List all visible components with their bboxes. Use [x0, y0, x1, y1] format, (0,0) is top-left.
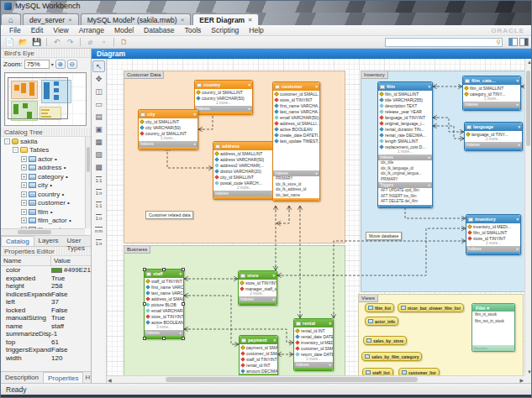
relationship-connector[interactable] — [277, 206, 289, 223]
collapse-table-icon[interactable]: ▾ — [516, 217, 519, 222]
minimap-viewport[interactable] — [8, 77, 68, 119]
close-tab-icon[interactable]: × — [248, 16, 252, 24]
menu-help[interactable]: Help — [244, 26, 268, 34]
menu-file[interactable]: File — [4, 26, 26, 34]
relationship-connector[interactable] — [433, 118, 464, 132]
note-tool-icon[interactable]: ▤ — [92, 111, 105, 123]
table-header[interactable]: address▾ — [213, 142, 276, 150]
tree-expander-icon[interactable]: - — [4, 139, 10, 144]
table-column[interactable]: address VARCHAR(50) — [213, 156, 276, 162]
property-row[interactable]: lockedFalse — [1, 306, 91, 315]
table-inventory[interactable]: inventory▾inventory_id MEDI...film_id SM… — [466, 214, 521, 255]
redo-icon[interactable]: ↷ — [65, 37, 76, 47]
zoom-out-button[interactable]: ⊖ — [67, 60, 77, 69]
rel-1-1-id-tool-icon[interactable]: 1:1 — [92, 199, 105, 211]
table-rental[interactable]: rental▾rental_id INTrental_date DATE...i… — [293, 318, 334, 371]
table-column[interactable]: address_id SMALLINT — [213, 150, 276, 156]
relationship-connector[interactable] — [184, 296, 239, 344]
table-column[interactable]: original_language_i... — [378, 120, 432, 126]
view-staff_list[interactable]: staff_list — [362, 368, 393, 375]
collapse-table-icon[interactable]: ▾ — [273, 338, 276, 343]
table-column[interactable]: address_id SMALLI... — [273, 120, 319, 126]
table-column[interactable]: postal_code VARCH... — [213, 180, 276, 186]
property-row[interactable]: namestaff — [1, 322, 91, 331]
table-column[interactable]: active BOOLEAN — [145, 319, 183, 325]
table-column[interactable]: city VARCHAR(50) — [139, 124, 198, 130]
table-column[interactable]: customer_id SMALL... — [273, 91, 319, 97]
table-column[interactable]: country_id SMALLINT — [195, 89, 252, 95]
table-column[interactable]: film_id SMALLINT — [466, 229, 520, 235]
diagram-canvas[interactable]: Customer DataInventoryBusinessViews coun… — [107, 59, 524, 375]
table-payment[interactable]: payment▾payment_id SMAL...customer_id SM… — [239, 335, 278, 375]
property-row[interactable]: manualSizingTrue — [1, 314, 91, 322]
table-column[interactable]: category_id TINY... — [463, 91, 520, 97]
selection-handle[interactable] — [162, 337, 166, 340]
close-tab-icon[interactable]: × — [68, 16, 72, 24]
save-icon[interactable]: 💾 — [31, 37, 42, 47]
tree-item-city-[interactable]: +city • — [1, 181, 91, 191]
collapse-icon[interactable]: ▾ — [487, 306, 489, 311]
table-film[interactable]: film▾film_id SMALLINTtitle VARCHAR(255)d… — [377, 81, 433, 208]
open-folder-icon[interactable]: 📂 — [18, 37, 29, 47]
table-column[interactable]: store_id TINYINT — [145, 313, 183, 319]
table-header[interactable]: customer▾ — [273, 82, 319, 91]
table-column[interactable]: city_id SMALLINT — [213, 174, 276, 180]
expand-section-icon[interactable]: ▸ — [329, 362, 331, 368]
tree-expander-icon[interactable]: + — [21, 209, 27, 215]
table-column[interactable]: picture BLOB — [145, 301, 183, 307]
routine-item[interactable]: film_not_in_stock — [472, 318, 514, 325]
collapse-table-icon[interactable]: ▾ — [193, 112, 196, 117]
rel-n-m-tool-icon[interactable]: n:m — [92, 224, 105, 236]
section-indexes[interactable]: Indexes▸ — [465, 142, 522, 148]
table-country[interactable]: country▾country_id SMALLINTcountry VARCH… — [194, 80, 253, 115]
note-customer-related-data[interactable]: Customer related data — [145, 211, 193, 219]
section-indexes[interactable]: Indexes▸ — [466, 246, 520, 252]
doc-tab-mysql-model-sakila-mwb-[interactable]: MySQL Model* (sakila.mwb)× — [81, 13, 192, 25]
view-nicer_but_slower_film_list[interactable]: nicer_but_slower_film_list — [398, 303, 464, 312]
table-column[interactable]: email VARCHAR(50) — [273, 114, 319, 120]
menu-model[interactable]: Model — [109, 26, 139, 34]
table-column[interactable]: address2 VARCHAR(... — [213, 162, 276, 168]
relationship-connector[interactable] — [433, 126, 464, 139]
selection-handle[interactable] — [182, 337, 185, 340]
rel-1-1-nonid-tool-icon[interactable]: 1:1 — [92, 174, 105, 186]
menu-database[interactable]: Database — [139, 26, 179, 34]
view-tool-icon[interactable]: ▨ — [92, 149, 105, 160]
table-column[interactable]: amount DECIMAL(... — [240, 368, 277, 374]
tab-description[interactable]: Description — [1, 374, 43, 381]
table-customer[interactable]: customer▾customer_id SMALL...store_id TI… — [272, 81, 320, 202]
table-header[interactable]: city▾ — [139, 110, 198, 118]
expand-section-icon[interactable]: ▸ — [316, 170, 318, 176]
section-indexes[interactable]: Indexes▸ — [195, 106, 252, 112]
toggle-left-panel-icon[interactable] — [508, 38, 518, 46]
table-column[interactable]: last_name VARCH... — [145, 290, 183, 296]
zoom-in-button[interactable]: ⊕ — [55, 60, 66, 69]
table-column[interactable]: manager_staff_id ... — [239, 285, 277, 291]
view-film_list[interactable]: film_list — [365, 303, 394, 312]
routine-group-film[interactable]: Film▾film_in_stockfilm_not_in_stockRouti… — [471, 303, 515, 352]
property-row[interactable]: indicesExpandedFalse — [1, 291, 91, 299]
section-indexes[interactable]: Indexes▸ — [273, 170, 319, 176]
tree-expander-icon[interactable]: + — [21, 191, 27, 197]
tree-expander-icon[interactable]: - — [13, 147, 18, 153]
doc-tab-eer-diagram[interactable]: EER Diagram× — [192, 13, 259, 25]
tree-expander-icon[interactable]: + — [21, 174, 27, 180]
tree-item-film-[interactable]: +film • — [1, 207, 91, 217]
tree-horizontal-scrollbar[interactable] — [1, 228, 85, 235]
table-column[interactable]: district VARCHAR(20) — [213, 168, 276, 174]
table-header[interactable]: film_cate...▾ — [463, 76, 520, 85]
table-column[interactable]: first_name VARCH... — [145, 284, 183, 290]
note-movie-database[interactable]: Movie database — [366, 232, 402, 240]
table-column[interactable]: rental_rate DECIMA... — [378, 132, 432, 138]
table-column[interactable]: create_date DATETI... — [273, 132, 319, 138]
tree-item-category-[interactable]: +category • — [1, 172, 91, 181]
sidebar-tab-user-types[interactable]: User Types — [63, 236, 91, 246]
table-column[interactable]: store_id TINYINT — [466, 235, 520, 241]
tree-expander-icon[interactable]: + — [21, 200, 27, 206]
property-row[interactable]: width120 — [1, 354, 91, 363]
collapse-table-icon[interactable]: ▾ — [315, 84, 318, 89]
rel-1-n-id-tool-icon[interactable]: 1:n — [92, 212, 105, 223]
new-diagram-icon[interactable]: 🗋 — [119, 37, 129, 47]
table-column[interactable]: country VARCHAR(50) — [195, 95, 252, 101]
rel-1-n-existing-tool-icon[interactable]: 1:n — [92, 237, 105, 249]
